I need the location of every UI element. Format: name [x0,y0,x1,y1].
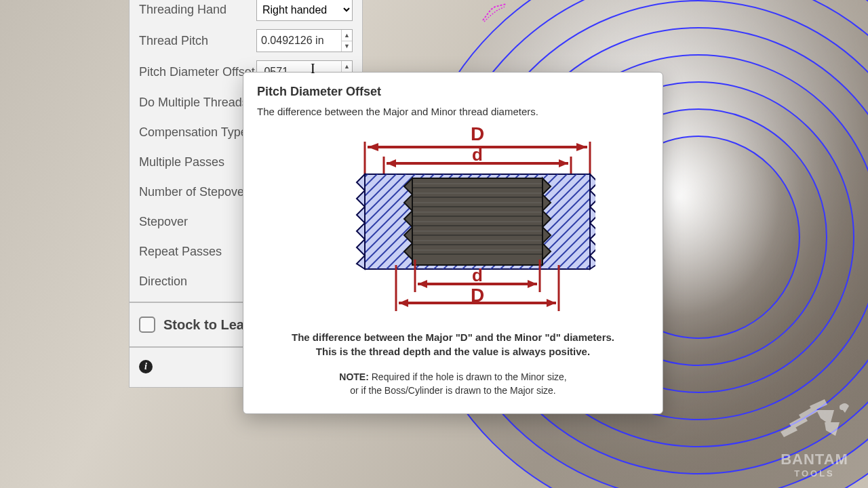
tooltip-diagram: D d [311,127,595,319]
spinner-down-icon[interactable]: ▼ [342,41,352,52]
bantam-logo-icon [777,398,852,445]
svg-marker-10 [559,159,568,167]
watermark-line1: BANTAM [777,451,852,468]
label-pitch-offset: Pitch Diameter Offset [139,65,256,79]
svg-text:D: D [471,127,484,144]
watermark-bantam-tools: BANTAM TOOLS [777,398,852,479]
svg-marker-4 [576,143,587,151]
svg-marker-15 [590,174,595,269]
tooltip-caption: The difference between the Major "D" and… [284,330,622,359]
row-threading-hand: Threading Hand Right handed [130,0,362,25]
spinner-up-icon[interactable]: ▲ [342,61,352,73]
toolpath-highlight [481,3,509,23]
tooltip-desc: The difference between the Major and Min… [257,106,649,117]
stock-checkbox[interactable] [139,317,155,333]
svg-marker-3 [368,143,378,151]
svg-marker-45 [547,299,556,307]
svg-text:d: d [472,144,483,165]
watermark-line2: TOOLS [777,468,852,479]
svg-marker-9 [387,159,396,167]
svg-marker-44 [399,299,408,307]
row-thread-pitch: Thread Pitch ▲ ▼ [130,25,362,56]
info-icon[interactable]: i [139,360,153,373]
svg-text:d: d [472,265,483,285]
svg-marker-38 [418,280,427,288]
tooltip-note: NOTE: Required if the hole is drawn to t… [284,371,622,397]
svg-marker-39 [528,280,537,288]
svg-text:D: D [471,285,484,306]
tooltip-pitch-diameter-offset: Pitch Diameter Offset The difference bet… [243,72,663,414]
svg-marker-14 [357,174,365,269]
tooltip-title: Pitch Diameter Offset [257,85,649,99]
label-threading-hand: Threading Hand [139,3,256,17]
spinner-up-icon[interactable]: ▲ [342,30,352,41]
threading-hand-select[interactable]: Right handed [256,0,353,21]
thread-pitch-input[interactable]: ▲ ▼ [256,29,353,52]
label-thread-pitch: Thread Pitch [139,34,256,48]
